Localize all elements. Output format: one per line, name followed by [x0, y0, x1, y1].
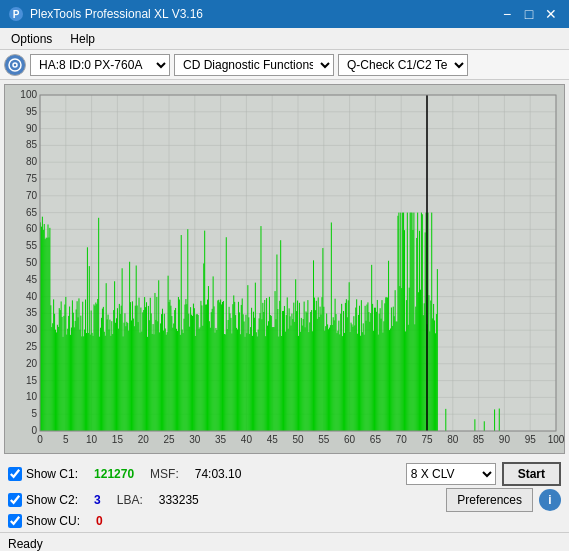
chart-canvas: [5, 85, 564, 453]
menu-options[interactable]: Options: [4, 30, 59, 47]
info-button[interactable]: i: [539, 489, 561, 511]
status-text: Ready: [8, 537, 43, 551]
cd-icon: [8, 58, 22, 72]
app-title: PlexTools Professional XL V3.16: [30, 7, 203, 21]
lba-label: LBA:: [117, 493, 143, 507]
maximize-button[interactable]: □: [519, 4, 539, 24]
preferences-button[interactable]: Preferences: [446, 488, 533, 512]
start-button[interactable]: Start: [502, 462, 561, 486]
show-cu-checkbox-label[interactable]: Show CU:: [8, 514, 80, 528]
svg-point-2: [9, 59, 21, 71]
c1-value: 121270: [94, 467, 134, 481]
msf-label: MSF:: [150, 467, 179, 481]
status-bar: Ready: [0, 532, 569, 551]
speed-select[interactable]: 8 X CLV 1 X CLV 2 X CLV 4 X CLV MAX CLV: [406, 463, 496, 485]
show-cu-label: Show CU:: [26, 514, 80, 528]
minimize-button[interactable]: −: [497, 4, 517, 24]
device-icon-button[interactable]: [4, 54, 26, 76]
window-controls: − □ ✕: [497, 4, 561, 24]
show-cu-checkbox[interactable]: [8, 514, 22, 528]
c2-value: 3: [94, 493, 101, 507]
svg-point-3: [13, 63, 17, 67]
device-select[interactable]: HA:8 ID:0 PX-760A: [30, 54, 170, 76]
close-button[interactable]: ✕: [541, 4, 561, 24]
show-c1-checkbox[interactable]: [8, 467, 22, 481]
menu-bar: Options Help: [0, 28, 569, 50]
chart-area: [4, 84, 565, 454]
show-c1-label: Show C1:: [26, 467, 78, 481]
function-select[interactable]: CD Diagnostic Functions: [174, 54, 334, 76]
show-c2-label: Show C2:: [26, 493, 78, 507]
show-c1-checkbox-label[interactable]: Show C1:: [8, 467, 78, 481]
title-bar: P PlexTools Professional XL V3.16 − □ ✕: [0, 0, 569, 28]
show-c2-checkbox[interactable]: [8, 493, 22, 507]
menu-help[interactable]: Help: [63, 30, 102, 47]
test-select[interactable]: Q-Check C1/C2 Test: [338, 54, 468, 76]
toolbar: HA:8 ID:0 PX-760A CD Diagnostic Function…: [0, 50, 569, 80]
lba-value: 333235: [159, 493, 199, 507]
cu-value: 0: [96, 514, 103, 528]
bottom-panel: Show C1: 121270 MSF: 74:03.10 8 X CLV 1 …: [0, 458, 569, 532]
svg-text:P: P: [13, 9, 20, 20]
show-c2-checkbox-label[interactable]: Show C2:: [8, 493, 78, 507]
app-icon: P: [8, 6, 24, 22]
msf-value: 74:03.10: [195, 467, 242, 481]
